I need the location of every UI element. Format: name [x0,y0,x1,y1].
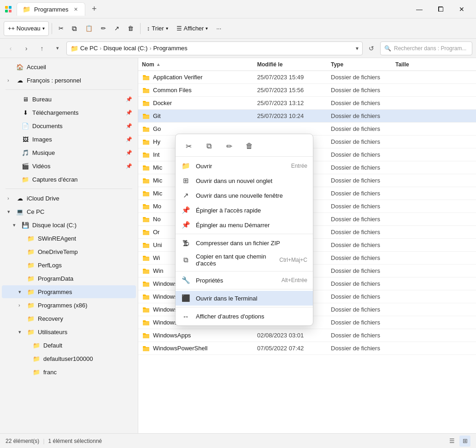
sidebar-item-francois[interactable]: › ☁ François : personnel [2,74,136,87]
sort-button[interactable]: ↕ Trier ▾ [143,21,172,36]
active-tab[interactable]: 📁 Programmes ✕ [17,2,85,16]
paste-button[interactable]: 📋 [82,21,96,36]
maximize-button[interactable]: ⧠ [430,0,451,18]
share-button[interactable]: ↗ [111,21,123,36]
sidebar-item-onedrivetemp[interactable]: 📁 OneDriveTemp [2,245,136,258]
table-row[interactable]: WindowsApps 02/08/2023 03:01 Dossier de … [138,329,476,342]
table-row[interactable]: Git 25/07/2023 10:24 Dossier de fichiers [138,110,476,123]
file-modified: 07/05/2022 07:42 [257,345,331,352]
sidebar-item-captures[interactable]: 📁 Captures d'écran [2,173,136,186]
sidebar-item-videos[interactable]: 🎬 Vidéos 📌 [2,159,136,172]
sidebar-item-accueil[interactable]: 🏠 Accueil [2,60,136,73]
up-button[interactable]: ↑ [35,41,49,55]
breadcrumb-dropdown-icon[interactable]: ▾ [356,45,358,52]
folder-icon: 📁 [32,341,41,349]
sidebar-item-programmesx86[interactable]: › 📁 Programmes (x86) [2,299,136,312]
context-menu-item[interactable]: ⬛ Ouvrir dans le Terminal [176,291,313,306]
sidebar-item-defaultuser[interactable]: 📁 defaultuser100000 [2,352,136,365]
column-size[interactable]: Taille [395,61,472,68]
breadcrumb[interactable]: 📁 Ce PC › Disque local (C:) › Programmes… [66,41,363,55]
context-item-label: Ouvrir [196,163,286,170]
statusbar-sep: | [43,438,44,444]
view-toggle: ☰ ⊞ [447,436,470,447]
column-type[interactable]: Type [331,61,395,68]
folder-icon [142,112,150,120]
context-menu-item[interactable]: ⧉ Copier en tant que chemin d'accès Ctrl… [176,250,313,270]
new-tab-button[interactable]: + [87,2,101,16]
context-menu-item[interactable]: ↗ Ouvrir dans une nouvelle fenêtre [176,188,313,203]
sidebar-item-utilisateurs[interactable]: ▾ 📁 Utilisateurs [2,325,136,338]
forward-button[interactable]: › [19,41,33,55]
back-button[interactable]: ‹ [4,41,18,55]
context-toolbar-rename-button[interactable]: ✏ [222,139,236,153]
column-name[interactable]: Nom ▲ [142,61,257,68]
toolbar: + + Nouveau ▾ ✂ ⧉ 📋 ✏ ↗ 🗑 ↕ Trier ▾ ☰ Af… [0,18,476,39]
sidebar-item-bureau[interactable]: 🖥 Bureau 📌 [2,93,136,106]
table-row[interactable]: Application Verifier 25/07/2023 15:49 Do… [138,71,476,84]
tab-close-button[interactable]: ✕ [72,6,79,13]
grid-view-button[interactable]: ⊞ [459,436,470,447]
context-menu-item[interactable]: 🗜 Compresser dans un fichier ZIP [176,236,313,250]
file-list-header: Nom ▲ Modifié le Type Taille [138,58,476,71]
sidebar-item-disquec[interactable]: ▾ 💾 Disque local (C:) [2,218,136,231]
table-row[interactable]: Common Files 25/07/2023 15:56 Dossier de… [138,84,476,97]
sidebar-item-programdata[interactable]: 📁 ProgramData [2,272,136,285]
breadcrumb-cepc[interactable]: Ce PC [80,45,98,52]
sidebar-item-cepc[interactable]: ▾ 💻 Ce PC [2,205,136,218]
breadcrumb-disquec[interactable]: Disque local (C:) [103,45,147,52]
sidebar-item-musique[interactable]: 🎵 Musique 📌 [2,146,136,159]
sort-label: Trier [152,25,164,32]
sidebar-item-label: Images [32,136,123,143]
rename-button[interactable]: ✏ [97,21,110,36]
context-item-label: Épingler à l'accès rapide [196,207,307,214]
context-item-icon: ↗ [181,191,190,200]
folder-icon [142,241,150,249]
svg-rect-3 [9,10,12,12]
sidebar-item-perflogs[interactable]: 📁 PerfLogs [2,259,136,271]
sidebar-item-programmes[interactable]: ▾ 📁 Programmes [2,285,136,298]
view-button[interactable]: ☰ Afficher ▾ [173,21,212,36]
sidebar-item-images[interactable]: 🖼 Images 📌 [2,133,136,146]
context-menu-item[interactable]: 🔧 Propriétés Alt+Entrée [176,273,313,288]
list-view-button[interactable]: ☰ [447,436,458,447]
toolbar-separator-1 [52,23,52,34]
sidebar-item-swinre[interactable]: 📁 SWinREAgent [2,232,136,245]
context-item-icon: 📁 [181,161,190,171]
file-type: Dossier de fichiers [331,138,395,145]
copy-button[interactable]: ⧉ [68,21,81,36]
context-toolbar-cut-button[interactable]: ✂ [181,139,196,153]
cut-button[interactable]: ✂ [55,21,67,36]
sidebar-item-franc[interactable]: 📁 franc [2,365,136,378]
table-row[interactable]: WindowsPowerShell 07/05/2022 07:42 Dossi… [138,342,476,355]
folder-icon [142,318,150,327]
new-button[interactable]: + + Nouveau ▾ [4,21,49,36]
search-icon: 🔍 [384,45,391,52]
folder-icon [142,73,150,82]
sidebar-item-default[interactable]: 📁 Default [2,339,136,352]
context-toolbar-delete-button[interactable]: 🗑 [242,139,257,153]
minimize-button[interactable]: — [409,0,430,18]
column-modified[interactable]: Modifié le [257,61,331,68]
recent-button[interactable]: ▾ [51,41,65,55]
context-toolbar-copy-button[interactable]: ⧉ [201,139,216,153]
sidebar-item-recovery[interactable]: 📁 Recovery [2,312,136,325]
more-button[interactable]: ··· [212,21,225,36]
context-menu-item[interactable]: 📌 Épingler à l'accès rapide [176,203,313,218]
sidebar-item-label: Default [43,342,132,349]
context-menu-item[interactable]: 📁 Ouvrir Entrée [176,159,313,173]
sidebar-item-telechargements[interactable]: ⬇ Téléchargements 📌 [2,106,136,119]
search-box[interactable]: 🔍 Rechercher dans : Program... [380,41,472,55]
sidebar-item-documents[interactable]: 📄 Documents 📌 [2,119,136,132]
refresh-button[interactable]: ↺ [364,41,378,55]
delete-button[interactable]: 🗑 [124,21,137,36]
file-type: Dossier de fichiers [331,125,395,132]
sidebar-item-label: Accueil [27,64,132,71]
context-menu-item[interactable]: ⊞ Ouvrir dans un nouvel onglet [176,173,313,188]
close-button[interactable]: ✕ [451,0,472,18]
context-item-icon: 🔧 [181,276,190,285]
sidebar-item-label: OneDriveTemp [38,248,132,255]
sidebar-item-icloud[interactable]: › ☁ iCloud Drive [2,192,136,205]
context-menu-item[interactable]: ↔ Afficher d'autres d'options [176,309,313,324]
context-menu-item[interactable]: 📌 Épingler au menu Démarrer [176,218,313,232]
table-row[interactable]: Docker 25/07/2023 13:12 Dossier de fichi… [138,97,476,110]
